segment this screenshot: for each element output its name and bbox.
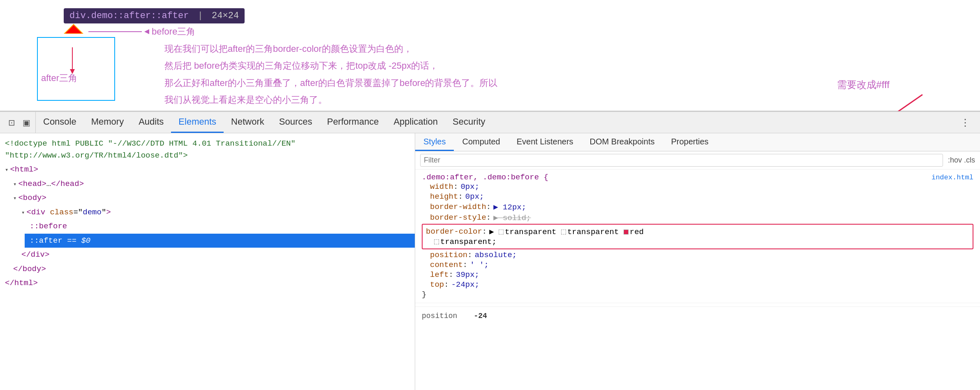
desc-line4: 我们从视觉上看起来是空心的小三角了。: [164, 92, 497, 107]
dom-line-body-close: </body>: [8, 262, 415, 276]
element-tooltip: div.demo::after::after | 24×24: [64, 8, 245, 23]
description-text: 现在我们可以把after的三角border-color的颜色设置为白色的， 然后…: [164, 41, 497, 109]
css-rule-block: .demo:after, .demo:before { index.html w…: [415, 169, 980, 303]
box-model-key: position: [422, 312, 457, 320]
tooltip-separator: |: [198, 11, 203, 21]
tab-event-listeners[interactable]: Event Listeners: [508, 133, 582, 151]
desc-line1: 现在我们可以把after的三角border-color的颜色设置为白色的，: [164, 41, 497, 56]
after-arrow: [72, 47, 73, 70]
styles-filter-bar: :hov .cls: [415, 151, 980, 169]
styles-sub-tabs: Styles Computed Event Listeners DOM Brea…: [415, 133, 980, 151]
dom-line-body[interactable]: ▾<body>: [8, 191, 415, 205]
dom-line-before[interactable]: ::before: [25, 219, 415, 234]
devtools-panel: ⊡ ▣ Console Memory Audits Elements Netwo…: [0, 111, 980, 390]
desc-line2: 然后把 before伪类实现的三角定位移动下来，把top改成 -25px的话，: [164, 58, 497, 73]
tooltip-selector: div.demo::after: [69, 11, 151, 21]
swatch-transparent1: transparent: [499, 228, 556, 237]
css-prop-content: content: ' ';: [422, 260, 973, 270]
more-options-button[interactable]: ⋮: [954, 117, 977, 128]
dom-line-div-close: </div>: [16, 248, 415, 262]
css-prop-border-color-line2: transparent;: [426, 237, 969, 247]
tab-elements[interactable]: Elements: [171, 112, 224, 133]
tab-network[interactable]: Network: [224, 112, 272, 133]
css-prop-border-style: border-style: ▶ solid;: [422, 212, 973, 223]
filter-input[interactable]: [420, 154, 943, 167]
tab-properties[interactable]: Properties: [663, 133, 717, 151]
tab-console[interactable]: Console: [36, 112, 84, 133]
box-model-area: position -24: [415, 306, 980, 325]
swatch-transparent3: transparent;: [434, 237, 497, 246]
after-triangle: [65, 25, 82, 33]
hov-cls-toggle[interactable]: :hov .cls: [948, 156, 975, 165]
before-label: before三角: [152, 26, 195, 38]
dom-line-after[interactable]: ::after == $0: [25, 234, 415, 248]
css-prop-left: left: 39px;: [422, 270, 973, 280]
box-model-row: position -24: [422, 312, 973, 320]
demo-box: [37, 37, 115, 101]
css-selector: .demo:after, .demo:before {: [422, 173, 548, 182]
css-prop-border-color: border-color: ▶ transparent transparent …: [426, 226, 969, 237]
box-model-val: -24: [474, 312, 487, 320]
css-prop-border-color-box: border-color: ▶ transparent transparent …: [422, 224, 973, 249]
tab-styles[interactable]: Styles: [415, 133, 454, 151]
swatch-red: red: [624, 228, 644, 237]
tab-application[interactable]: Application: [386, 112, 445, 133]
dom-line-html[interactable]: ▾<html>: [0, 162, 415, 177]
css-prop-top: top: -24px;: [422, 280, 973, 290]
dom-line-doctype: <!doctype html PUBLIC "-//W3C//DTD HTML …: [0, 137, 415, 162]
devtools-body: <!doctype html PUBLIC "-//W3C//DTD HTML …: [0, 133, 980, 390]
tab-memory[interactable]: Memory: [84, 112, 131, 133]
tab-audits[interactable]: Audits: [131, 112, 171, 133]
inspect-icon[interactable]: ⊡: [8, 118, 15, 128]
dom-line-html-close: </html>: [0, 276, 415, 290]
source-link[interactable]: index.html: [931, 174, 973, 181]
tab-dom-breakpoints[interactable]: DOM Breakpoints: [582, 133, 663, 151]
toolbar-tabs: Console Memory Audits Elements Network S…: [36, 112, 954, 133]
tab-sources[interactable]: Sources: [272, 112, 320, 133]
preview-area: div.demo::after::after | 24×24 before三角 …: [0, 0, 980, 111]
before-arrow-label: before三角: [88, 26, 195, 38]
tab-performance[interactable]: Performance: [319, 112, 386, 133]
desc-line3: 那么正好和after的小三角重叠了，after的白色背景覆盖掉了before的背…: [164, 75, 497, 91]
css-prop-height: height: 0px;: [422, 192, 973, 202]
styles-panel: Styles Computed Event Listeners DOM Brea…: [415, 133, 980, 390]
tooltip-dimensions: 24×24: [212, 11, 239, 21]
device-icon[interactable]: ▣: [23, 118, 30, 128]
note-label: 需要改成#fff: [837, 78, 890, 91]
css-prop-position: position: absolute;: [422, 250, 973, 260]
after-label: after三角: [41, 72, 77, 84]
tab-computed[interactable]: Computed: [454, 133, 508, 151]
devtools-toolbar: ⊡ ▣ Console Memory Audits Elements Netwo…: [0, 112, 980, 133]
css-prop-width: width: 0px;: [422, 182, 973, 192]
swatch-transparent2: transparent: [561, 228, 619, 237]
dom-panel: <!doctype html PUBLIC "-//W3C//DTD HTML …: [0, 133, 415, 390]
toolbar-icons: ⊡ ▣: [3, 112, 36, 133]
tab-security[interactable]: Security: [445, 112, 492, 133]
dom-line-head[interactable]: ▾<head>…</head>: [8, 177, 415, 191]
css-closing-brace: }: [422, 290, 973, 299]
dom-line-div[interactable]: ▾<div class="demo">: [16, 205, 415, 220]
css-prop-border-width: border-width: ▶ 12px;: [422, 202, 973, 212]
